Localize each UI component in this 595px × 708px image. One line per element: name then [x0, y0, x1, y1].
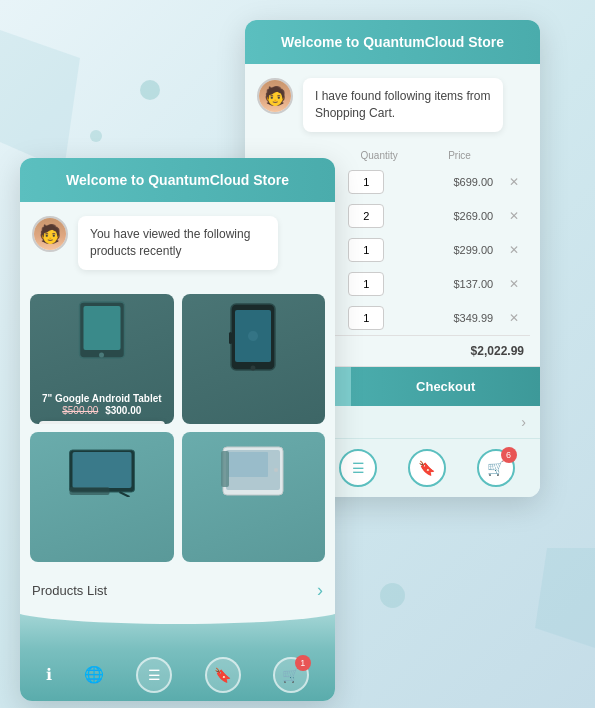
products-list-arrow[interactable]: ›	[317, 580, 323, 601]
remove-btn-3[interactable]: ✕	[509, 243, 519, 257]
qty-header: Quantity	[340, 146, 418, 165]
product-card-4[interactable]	[182, 432, 326, 562]
decor-poly-right	[535, 548, 595, 648]
decor-dot-3	[380, 583, 405, 608]
product-old-price-1: $500.00	[62, 405, 98, 416]
svg-rect-5	[229, 332, 232, 344]
section-arrow-icon: ›	[521, 414, 526, 430]
svg-rect-9	[72, 452, 131, 488]
svg-point-2	[99, 352, 104, 357]
nav-cart-left-btn[interactable]: 🛒 1	[273, 657, 309, 693]
product-image-2	[223, 302, 283, 381]
svg-line-10	[119, 492, 129, 497]
left-header-title: Welcome to QuantumCloud Store	[66, 172, 289, 188]
nav-cart-badge: 6	[501, 447, 517, 463]
product-image-1	[74, 300, 129, 369]
product-image-4	[218, 437, 288, 506]
qty-input-2[interactable]	[348, 204, 384, 228]
product-card-2[interactable]	[182, 294, 326, 424]
right-panel-header: Welcome to QuantumCloud Store	[245, 20, 540, 64]
remove-btn-2[interactable]: ✕	[509, 209, 519, 223]
left-panel-header: Welcome to QuantumCloud Store	[20, 158, 335, 202]
product-new-price-1: $300.00	[105, 405, 141, 416]
right-header-title: Welcome to QuantumCloud Store	[281, 34, 504, 50]
chat-text: I have found following items from Shoppi…	[315, 89, 490, 120]
nav-menu-left-btn[interactable]: ☰	[136, 657, 172, 693]
products-list-section: Products List ›	[20, 572, 335, 609]
avatar: 🧑	[257, 78, 293, 114]
svg-rect-11	[69, 487, 109, 495]
chat-bubble: I have found following items from Shoppi…	[303, 78, 503, 132]
nav-bookmark-left-btn[interactable]: 🔖	[205, 657, 241, 693]
qty-input-1[interactable]	[348, 170, 384, 194]
remove-btn-4[interactable]: ✕	[509, 277, 519, 291]
products-panel: Welcome to QuantumCloud Store 🧑 You have…	[20, 158, 335, 701]
chat-section: 🧑 I have found following items from Shop…	[245, 64, 540, 146]
left-panel-bottom-nav: ℹ 🌐 ☰ 🔖 🛒 1	[20, 649, 335, 701]
product-title-1: 7" Google Android Tablet	[36, 392, 168, 405]
nav-bookmark-btn[interactable]: 🔖	[408, 449, 446, 487]
nav-cart-btn[interactable]: 🛒 6	[477, 449, 515, 487]
left-chat-bubble: You have viewed the following products r…	[78, 216, 278, 270]
price-header: Price	[418, 146, 501, 165]
nav-globe-icon[interactable]: 🌐	[84, 665, 104, 684]
nav-menu-btn[interactable]: ☰	[339, 449, 377, 487]
product-tooltip-1: 7" Google Android Tablet	[39, 421, 165, 424]
left-avatar: 🧑	[32, 216, 68, 252]
checkout-button[interactable]: Checkout	[351, 367, 540, 406]
svg-rect-16	[221, 451, 229, 487]
svg-point-6	[251, 365, 256, 370]
decor-dot-2	[90, 130, 102, 142]
product-image-3	[64, 442, 139, 501]
remove-btn-5[interactable]: ✕	[509, 311, 519, 325]
product-card-1[interactable]: 7" Google Android Tablet $500.00 $300.00…	[30, 294, 174, 424]
product-price-1: $500.00 $300.00	[62, 405, 141, 416]
wave-decoration	[20, 609, 335, 649]
total-value: $2,022.99	[471, 344, 524, 358]
svg-rect-1	[83, 306, 120, 350]
decor-poly-left	[0, 30, 80, 170]
products-list-label: Products List	[32, 583, 107, 598]
svg-rect-14	[228, 452, 268, 477]
qty-input-5[interactable]	[348, 306, 384, 330]
product-card-3[interactable]	[30, 432, 174, 562]
left-avatar-image: 🧑	[34, 218, 66, 250]
decor-dot-1	[140, 80, 160, 100]
left-chat-text: You have viewed the following products r…	[90, 227, 250, 258]
nav-info-icon[interactable]: ℹ	[46, 665, 52, 684]
qty-input-3[interactable]	[348, 238, 384, 262]
svg-point-7	[248, 331, 258, 341]
avatar-image: 🧑	[259, 80, 291, 112]
nav-cart-left-badge: 1	[295, 655, 311, 671]
product-grid: 7" Google Android Tablet $500.00 $300.00…	[20, 284, 335, 572]
left-chat-section: 🧑 You have viewed the following products…	[20, 202, 335, 284]
remove-btn-1[interactable]: ✕	[509, 175, 519, 189]
qty-input-4[interactable]	[348, 272, 384, 296]
svg-point-15	[274, 468, 278, 472]
